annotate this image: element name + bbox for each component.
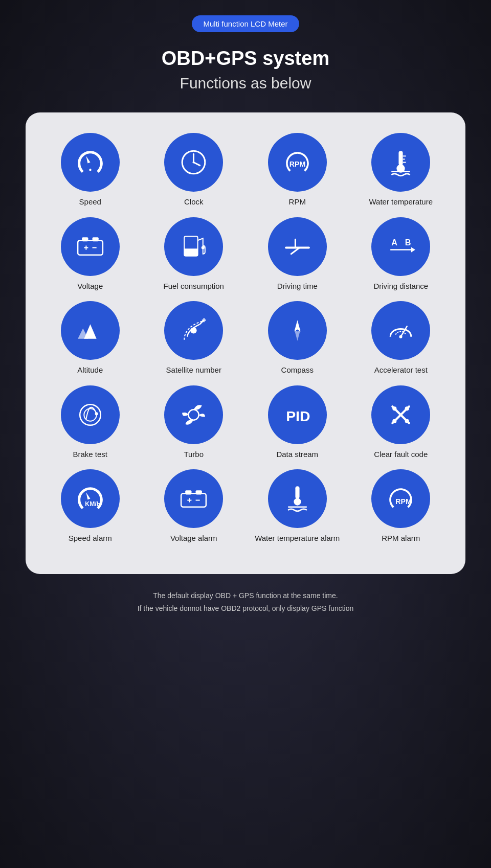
svg-point-4 <box>193 161 195 163</box>
sub-title: Functions as below <box>180 75 311 92</box>
svg-point-45 <box>405 419 409 423</box>
rpm-icon: RPM <box>268 133 327 192</box>
fault-icon <box>371 385 430 444</box>
main-title: OBD+GPS system <box>162 48 329 70</box>
function-item-turbo: Turbo <box>145 385 243 460</box>
function-label-speed: Speed <box>79 197 101 207</box>
brake-icon <box>61 385 120 444</box>
pid-icon: PID <box>268 385 327 444</box>
function-item-voltage: Voltage <box>41 217 140 291</box>
accelerator-icon <box>371 301 430 360</box>
svg-point-40 <box>189 409 199 420</box>
svg-rect-0 <box>89 169 91 171</box>
function-item-fuel: Fuel consumption <box>145 217 243 291</box>
svg-rect-13 <box>82 237 88 241</box>
function-label-speed-alarm: Speed alarm <box>69 533 112 543</box>
function-label-accelerator: Accelerator test <box>374 365 428 375</box>
svg-rect-51 <box>196 490 202 494</box>
svg-text:RPM: RPM <box>396 497 412 506</box>
function-label-water-temp: Water temperature <box>369 197 433 207</box>
function-item-clock: Clock <box>145 133 243 207</box>
function-label-water-alarm: Water temperature alarm <box>255 533 340 543</box>
altitude-icon <box>61 301 120 360</box>
function-label-brake: Brake test <box>73 449 107 460</box>
function-item-brake: Brake test <box>41 385 140 460</box>
function-label-turbo: Turbo <box>184 449 204 460</box>
svg-rect-14 <box>92 237 98 241</box>
turbo-icon <box>164 385 223 444</box>
function-label-compass: Compass <box>281 365 314 375</box>
function-label-voltage-alarm: Voltage alarm <box>170 533 217 543</box>
function-item-fault: Clear fault code <box>352 385 451 460</box>
svg-rect-50 <box>186 490 192 494</box>
function-label-voltage: Voltage <box>77 281 103 291</box>
function-label-fuel: Fuel consumption <box>164 281 224 291</box>
satellite-icon <box>164 301 223 360</box>
driving-distance-icon: AB <box>371 217 430 276</box>
svg-rect-49 <box>181 493 206 507</box>
function-label-driving-distance: Driving distance <box>373 281 428 291</box>
function-item-speed-alarm: KM/HSpeed alarm <box>41 469 140 543</box>
function-label-altitude: Altitude <box>77 365 103 375</box>
function-item-rpm: RPMRPM <box>248 133 347 207</box>
water-temp-icon <box>371 133 430 192</box>
svg-rect-6 <box>399 151 403 165</box>
function-item-driving-distance: ABDriving distance <box>352 217 451 291</box>
svg-text:KM/H: KM/H <box>85 500 101 508</box>
svg-text:B: B <box>405 238 411 247</box>
function-item-water-temp: Water temperature <box>352 133 451 207</box>
function-item-rpm-alarm: RPMRPM alarm <box>352 469 451 543</box>
speed-icon <box>61 133 120 192</box>
driving-time-icon <box>268 217 327 276</box>
function-item-accelerator: Accelerator test <box>352 301 451 375</box>
function-item-compass: Compass <box>248 301 347 375</box>
svg-point-44 <box>393 406 397 410</box>
svg-line-35 <box>401 326 407 336</box>
function-item-speed: Speed <box>41 133 140 207</box>
function-label-rpm-alarm: RPM alarm <box>382 533 420 543</box>
svg-point-21 <box>202 246 205 249</box>
top-badge: Multi function LCD Meter <box>192 15 299 32</box>
function-label-driving-time: Driving time <box>277 281 318 291</box>
svg-point-47 <box>405 406 409 410</box>
function-item-voltage-alarm: Voltage alarm <box>145 469 243 543</box>
function-label-clock: Clock <box>184 197 204 207</box>
function-label-fault: Clear fault code <box>374 449 428 460</box>
function-item-water-alarm: Water temperature alarm <box>248 469 347 543</box>
functions-card: SpeedClockRPMRPMWater temperatureVoltage… <box>26 112 465 574</box>
svg-marker-34 <box>294 329 300 340</box>
svg-rect-55 <box>295 486 299 498</box>
svg-text:RPM: RPM <box>289 160 305 168</box>
svg-point-46 <box>393 419 397 423</box>
svg-marker-26 <box>411 247 415 252</box>
svg-text:A: A <box>391 238 397 247</box>
function-label-satellite: Satellite number <box>166 365 221 375</box>
compass-icon <box>268 301 327 360</box>
function-item-pid: PIDData stream <box>248 385 347 460</box>
clock-icon <box>164 133 223 192</box>
svg-rect-20 <box>184 248 197 256</box>
svg-point-36 <box>399 335 403 338</box>
voltage-icon <box>61 217 120 276</box>
fuel-icon <box>164 217 223 276</box>
water-alarm-icon <box>268 469 327 528</box>
svg-marker-33 <box>294 320 300 331</box>
function-label-pid: Data stream <box>276 449 318 460</box>
svg-rect-12 <box>78 240 103 255</box>
function-item-satellite: Satellite number <box>145 301 243 375</box>
svg-point-56 <box>294 498 301 505</box>
speed-alarm-icon: KM/H <box>61 469 120 528</box>
function-item-altitude: Altitude <box>41 301 140 375</box>
rpm-alarm-icon: RPM <box>371 469 430 528</box>
svg-line-3 <box>194 163 200 166</box>
svg-point-39 <box>95 412 98 415</box>
function-item-driving-time: Driving time <box>248 217 347 291</box>
footer: The default display OBD + GPS function a… <box>138 589 354 615</box>
voltage-alarm-icon <box>164 469 223 528</box>
function-label-rpm: RPM <box>289 197 306 207</box>
icon-grid: SpeedClockRPMRPMWater temperatureVoltage… <box>41 133 450 543</box>
svg-text:PID: PID <box>286 407 310 424</box>
svg-rect-22 <box>285 246 310 248</box>
